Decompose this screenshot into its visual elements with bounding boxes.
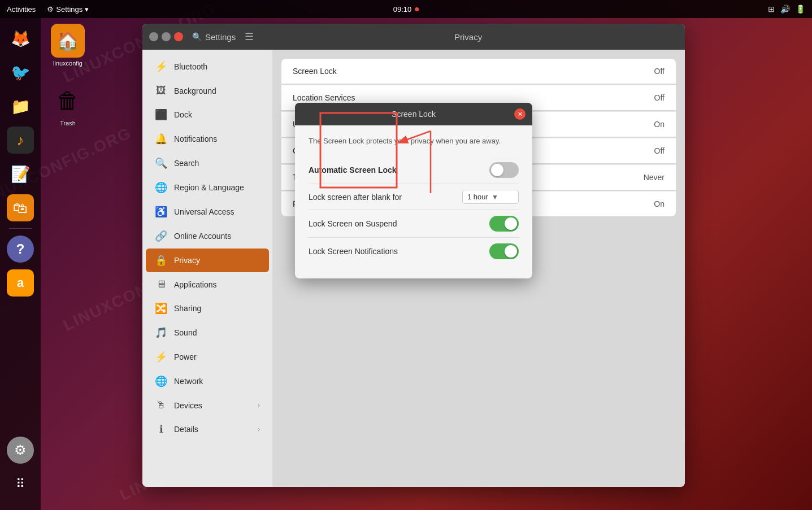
dock-item-firefox[interactable]: 🦊: [6, 24, 35, 53]
battery-icon[interactable]: 🔋: [796, 5, 805, 14]
app-menu[interactable]: ⚙ Settings ▾: [42, 5, 93, 14]
desktop-icons: 🏠 linuxconfig 🗑 Trash: [45, 24, 90, 127]
recording-indicator: [415, 7, 419, 11]
dock: 🦊 🐦 📁 ♪ 📝 🛍 ? a ⚙: [0, 18, 41, 510]
dock-item-rhythmbox[interactable]: ♪: [6, 125, 35, 155]
dock-item-appstore[interactable]: 🛍: [6, 193, 35, 223]
lock-after-dropdown[interactable]: 1 hour ▼: [462, 190, 519, 204]
lock-after-row: Lock screen after blank for 1 hour ▼: [309, 184, 519, 210]
dialog-titlebar: Screen Lock ✕: [295, 103, 532, 125]
lock-notifications-label: Lock Screen Notifications: [309, 247, 398, 256]
auto-lock-row: Automatic Screen Lock: [309, 156, 519, 184]
settings-window: 🔍 Settings ☰ Privacy ⚡ Bluetooth 🖼 Backg…: [142, 24, 685, 487]
lock-notifications-knob: [505, 245, 517, 258]
lock-notifications-row: Lock Screen Notifications: [309, 238, 519, 265]
dock-item-files[interactable]: 📁: [6, 91, 35, 121]
dock-bottom-items: ⚙ ⠿: [6, 435, 35, 499]
lock-suspend-knob: [505, 217, 517, 230]
linuxconfig-label: linuxconfig: [53, 60, 82, 67]
dialog-description: The Screen Lock protects your privacy wh…: [309, 137, 519, 145]
screen-lock-dialog: Screen Lock ✕ The Screen Lock protects y…: [295, 103, 532, 278]
dropdown-arrow-icon: ▼: [492, 193, 498, 201]
dialog-title: Screen Lock: [313, 110, 514, 119]
desktop-icon-trash[interactable]: 🗑 Trash: [45, 84, 90, 127]
dialog-body: The Screen Lock protects your privacy wh…: [295, 125, 532, 278]
activities-button[interactable]: Activities: [0, 5, 42, 14]
dialog-overlay: Screen Lock ✕ The Screen Lock protects y…: [142, 24, 685, 487]
auto-lock-toggle[interactable]: [489, 162, 519, 178]
dialog-close-button[interactable]: ✕: [514, 108, 526, 120]
lock-suspend-label: Lock Screen on Suspend: [309, 219, 397, 228]
lock-suspend-row: Lock Screen on Suspend: [309, 210, 519, 238]
trash-label: Trash: [60, 120, 76, 127]
auto-lock-knob: [491, 164, 503, 176]
lock-after-value: 1 hour: [467, 193, 488, 201]
app-menu-arrow: ▾: [85, 5, 89, 14]
dock-item-amazon[interactable]: a: [6, 268, 35, 298]
desktop-icon-linuxconfig[interactable]: 🏠 linuxconfig: [45, 24, 90, 67]
dock-item-grid[interactable]: ⠿: [6, 469, 35, 499]
dock-divider: [9, 228, 32, 229]
dock-item-thunderbird[interactable]: 🐦: [6, 58, 35, 87]
dock-item-help[interactable]: ?: [6, 234, 35, 264]
time-display: 09:10: [393, 5, 412, 14]
gear-icon: ⚙: [47, 5, 54, 14]
network-icon[interactable]: ⊞: [768, 5, 775, 14]
dock-item-writer[interactable]: 📝: [6, 159, 35, 189]
clock: 09:10: [393, 5, 419, 14]
lock-suspend-toggle[interactable]: [489, 216, 519, 232]
volume-icon[interactable]: 🔊: [780, 5, 790, 14]
auto-lock-label: Automatic Screen Lock: [309, 165, 397, 175]
lock-notifications-toggle[interactable]: [489, 243, 519, 259]
app-name-label: Settings: [56, 5, 82, 14]
topbar: Activities ⚙ Settings ▾ 09:10 ⊞ 🔊 🔋: [0, 0, 812, 18]
system-tray: ⊞ 🔊 🔋: [768, 5, 812, 14]
lock-after-label: Lock screen after blank for: [309, 193, 402, 202]
dock-item-settings[interactable]: ⚙: [6, 435, 35, 465]
